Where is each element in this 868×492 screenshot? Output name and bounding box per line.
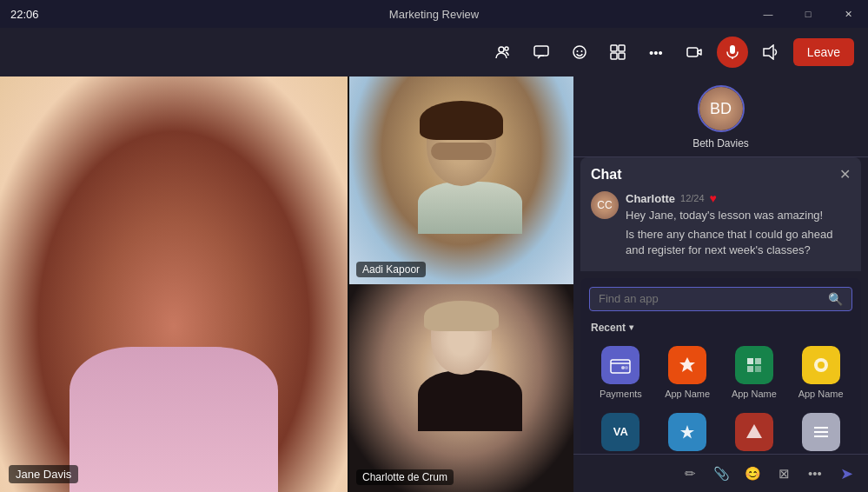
svg-rect-7 xyxy=(619,45,625,51)
svg-rect-10 xyxy=(687,48,698,57)
svg-rect-20 xyxy=(755,366,761,372)
svg-rect-8 xyxy=(611,53,617,59)
close-chat-button[interactable]: ✕ xyxy=(839,166,851,183)
app-search-input[interactable] xyxy=(599,292,821,305)
more-button[interactable]: ••• xyxy=(640,37,672,68)
app1-label: App Name xyxy=(665,389,710,399)
app-item-payments[interactable]: Payments xyxy=(587,339,654,406)
svg-point-22 xyxy=(818,362,825,369)
leave-button[interactable]: Leave xyxy=(793,38,854,66)
participant-section: BD Beth Davies xyxy=(573,76,868,157)
svg-rect-6 xyxy=(611,45,617,51)
charlotte-video-feed xyxy=(349,284,573,492)
app6-icon xyxy=(735,413,773,451)
chat-heart-icon[interactable]: ♥ xyxy=(710,191,717,205)
call-toolbar: ••• Leave xyxy=(0,28,868,76)
svg-marker-13 xyxy=(764,45,773,59)
video-area: Jane Davis Aadi Kapoor xyxy=(0,76,573,492)
main-video-jane: Jane Davis xyxy=(0,76,348,492)
app5-icon xyxy=(668,413,706,451)
chat-message-text-1: Hey Jane, today's lesson was amazing! xyxy=(626,208,851,223)
chat-content: Charlotte 12/24 ♥ Hey Jane, today's less… xyxy=(626,191,851,259)
app-item-1[interactable]: App Name xyxy=(654,339,721,406)
app-item-3[interactable]: App Name xyxy=(787,339,854,406)
app3-label: App Name xyxy=(798,389,844,399)
app1-icon xyxy=(668,346,706,384)
view-button[interactable] xyxy=(602,37,633,68)
message-input-bar: ✏ 📎 😊 ⊠ ••• ➤ xyxy=(573,454,868,492)
camera-button[interactable] xyxy=(679,37,710,68)
app2-label: App Name xyxy=(732,389,777,399)
svg-point-4 xyxy=(576,50,578,52)
beth-name: Beth Davies xyxy=(692,137,749,150)
app7-icon xyxy=(802,413,840,451)
aadi-kapoor-label: Aadi Kapoor xyxy=(356,262,426,277)
svg-point-16 xyxy=(625,366,628,369)
app4-icon: VA xyxy=(601,413,639,451)
svg-point-0 xyxy=(499,47,504,52)
video-tile-charlotte: Charlotte de Crum xyxy=(348,284,573,492)
reactions-button[interactable] xyxy=(564,37,595,68)
svg-rect-18 xyxy=(755,358,761,364)
chat-sender: Charlotte xyxy=(626,192,675,205)
call-time: 22:06 xyxy=(0,8,39,21)
video-tile-aadi: Aadi Kapoor xyxy=(348,76,573,284)
charlotte-label: Charlotte de Crum xyxy=(356,469,454,485)
window-title: Marketing Review xyxy=(389,8,479,21)
edit-button[interactable]: ✏ xyxy=(677,461,703,487)
chat-title: Chat xyxy=(591,167,622,183)
charlotte-chat-avatar: CC xyxy=(591,191,619,219)
chat-sender-row: Charlotte 12/24 ♥ xyxy=(626,191,851,205)
chat-panel: Chat ✕ CC Charlotte 12/24 ♥ Hey Jane, to… xyxy=(580,157,861,271)
chat-message: CC Charlotte 12/24 ♥ Hey Jane, today's l… xyxy=(591,191,851,259)
right-video-column: Aadi Kapoor Charlotte de Crum xyxy=(348,76,573,492)
jane-davis-label: Jane Davis xyxy=(9,465,78,483)
close-button[interactable]: ✕ xyxy=(828,0,868,28)
jane-video-feed xyxy=(0,76,348,492)
chat-message-text-2: Is there any chance that I could go ahea… xyxy=(626,227,851,258)
maximize-button[interactable]: □ xyxy=(788,0,828,28)
svg-point-15 xyxy=(621,366,625,369)
send-button[interactable]: ➤ xyxy=(833,461,859,487)
svg-point-5 xyxy=(580,50,582,52)
more-actions-button[interactable]: ••• xyxy=(802,461,828,487)
aadi-video-feed xyxy=(349,76,573,284)
recent-chevron-icon: ▾ xyxy=(629,322,633,332)
svg-rect-19 xyxy=(747,366,753,372)
recent-section-label: Recent ▾ xyxy=(580,318,861,339)
chat-header: Chat ✕ xyxy=(591,166,851,183)
chat-timestamp: 12/24 xyxy=(680,193,705,203)
beth-avatar: BD xyxy=(698,85,745,132)
title-bar: 22:06 Marketing Review — □ ✕ xyxy=(0,0,868,28)
svg-point-1 xyxy=(505,47,508,50)
format-button[interactable]: ⊠ xyxy=(771,461,797,487)
svg-rect-2 xyxy=(534,46,548,56)
app-search-bar: 🔍 xyxy=(589,287,852,311)
svg-marker-23 xyxy=(746,424,762,438)
svg-rect-11 xyxy=(730,45,735,54)
chat-button[interactable] xyxy=(526,37,557,68)
payments-icon xyxy=(601,346,639,384)
app2-icon xyxy=(735,346,773,384)
app3-icon xyxy=(802,346,840,384)
window-controls: — □ ✕ xyxy=(748,0,868,28)
minimize-button[interactable]: — xyxy=(748,0,788,28)
people-button[interactable] xyxy=(487,37,519,68)
payments-label: Payments xyxy=(600,389,642,399)
svg-rect-17 xyxy=(747,358,753,364)
app-item-2[interactable]: App Name xyxy=(721,339,788,406)
audio-button[interactable] xyxy=(755,37,786,68)
attach-button[interactable]: 📎 xyxy=(708,461,734,487)
emoji-button[interactable]: 😊 xyxy=(739,461,765,487)
sidebar: BD Beth Davies Chat ✕ CC Charlotte 12/24… xyxy=(573,76,868,492)
svg-rect-9 xyxy=(619,53,625,59)
search-icon[interactable]: 🔍 xyxy=(828,292,843,306)
mute-button[interactable] xyxy=(717,37,748,68)
